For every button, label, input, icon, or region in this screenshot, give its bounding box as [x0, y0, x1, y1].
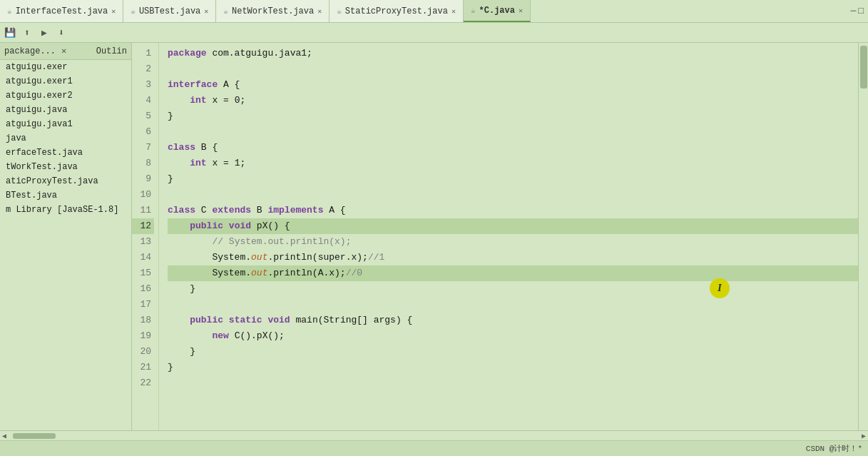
down-btn[interactable]: ⬇ [54, 26, 68, 40]
sidebar-item-java-root[interactable]: java [0, 131, 131, 146]
csdn-label: CSDN @计时！* [806, 443, 862, 454]
maximize-btn[interactable]: □ [858, 6, 864, 16]
tab-label-4: StaticProxyTest.java [345, 6, 448, 16]
ln-11: 11 [132, 203, 154, 218]
tab-networktest[interactable]: ☕ NetWorkTest.java ✕ [216, 0, 330, 22]
ln-10: 10 [132, 187, 154, 203]
kw-new: new [212, 328, 228, 344]
comment-14: //1 [368, 250, 384, 265]
tab-close-1[interactable]: ✕ [111, 7, 116, 16]
space2-18 [262, 313, 268, 328]
var-x-4: x = 0; [207, 93, 246, 108]
sidebar-item-exer[interactable]: atguigu.exer [0, 60, 131, 74]
code-line-6 [168, 124, 858, 140]
method-px: pX() { [251, 218, 290, 234]
sidebar-item-java[interactable]: atguigu.java [0, 103, 131, 117]
code-line-19: new C().pX(); [168, 328, 858, 344]
brace-16: } [168, 281, 195, 297]
code-line-14: System.out.println(super.x);//1 [168, 250, 858, 265]
vertical-scrollbar[interactable] [858, 43, 868, 430]
save-btn[interactable]: 💾 [3, 26, 17, 40]
indent-8 [168, 156, 190, 171]
code-line-4: int x = 0; [168, 93, 858, 108]
brace-21: } [168, 360, 173, 375]
tab-close-4[interactable]: ✕ [451, 7, 456, 16]
h-scrollbar-thumb[interactable] [13, 433, 56, 439]
minimize-btn[interactable]: ─ [850, 6, 856, 16]
ln-16: 16 [132, 281, 154, 297]
tab-interfacetest[interactable]: ☕ InterfaceTest.java ✕ [0, 0, 123, 22]
code-content[interactable]: package com.atguigu.java1; interface A {… [159, 43, 858, 430]
tab-close-3[interactable]: ✕ [317, 7, 322, 16]
editor-area: 1 2 3 4 5 6 7 8 9 10 11 12 13 14 15 16 1… [132, 43, 868, 430]
new-c: C().pX(); [229, 328, 285, 344]
implements-a: A { [323, 203, 345, 218]
extends-b: B [251, 203, 267, 218]
ln-8: 8 [132, 156, 154, 171]
tab-usbtest[interactable]: ☕ USBTest.java ✕ [123, 0, 216, 22]
scroll-left-icon[interactable]: ◀ [0, 432, 9, 440]
java-icon-4: ☕ [337, 6, 342, 16]
line-numbers: 1 2 3 4 5 6 7 8 9 10 11 12 13 14 15 16 1… [132, 43, 159, 430]
code-line-18: public static void main(String[] args) { [168, 313, 858, 328]
run-btn[interactable]: ▶ [37, 26, 51, 40]
scroll-right-icon[interactable]: ▶ [859, 432, 868, 440]
out-14: out [251, 250, 267, 265]
sidebar-close-icon[interactable]: ✕ [61, 46, 66, 56]
tab-cjava[interactable]: ☕ *C.java ✕ [464, 0, 531, 22]
tab-label-1: InterfaceTest.java [16, 6, 108, 16]
comment-15: //0 [346, 265, 362, 281]
code-line-22 [168, 375, 858, 391]
code-line-1: package com.atguigu.java1; [168, 46, 858, 61]
tab-label-3: NetWorkTest.java [232, 6, 314, 16]
sidebar-item-btest[interactable]: BTest.java [0, 188, 131, 203]
sidebar-item-exer1[interactable]: atguigu.exer1 [0, 74, 131, 88]
tab-close-2[interactable]: ✕ [204, 7, 208, 16]
sidebar-item-exer2[interactable]: atguigu.exer2 [0, 88, 131, 103]
ln-9: 9 [132, 171, 154, 187]
brace-9: } [168, 171, 173, 187]
scrollbar-thumb[interactable] [860, 46, 867, 88]
class-b: B { [195, 140, 218, 156]
sidebar-item-java1[interactable]: atguigu.java1 [0, 117, 131, 131]
outline-tab[interactable]: Outlin [96, 46, 127, 56]
indent-13 [168, 234, 212, 250]
toolbar: 💾 ⬆ ▶ ⬇ [0, 23, 868, 43]
var-x-8: x = 1; [207, 156, 246, 171]
indent-19 [168, 328, 212, 344]
kw-public-18: public [190, 313, 223, 328]
println-super: .println(super.x); [267, 250, 367, 265]
sidebar-item-library[interactable]: m Library [JavaSE-1.8] [0, 203, 131, 217]
code-line-16: } [168, 281, 858, 297]
ln-22: 22 [132, 375, 154, 391]
java-icon-5: ☕ [471, 6, 476, 15]
ln-18: 18 [132, 313, 154, 328]
horizontal-scrollbar[interactable]: ◀ ▶ [0, 430, 868, 440]
cursor-label: I [718, 280, 721, 296]
brace-5: } [168, 108, 173, 124]
ln-7: 7 [132, 140, 154, 156]
indent-4 [168, 93, 190, 108]
up-btn[interactable]: ⬆ [20, 26, 34, 40]
indent-14: System. [168, 250, 251, 265]
code-line-2 [168, 61, 858, 77]
code-line-21: } [168, 360, 858, 375]
sidebar-item-staticproxy[interactable]: aticProxyTest.java [0, 174, 131, 188]
java-icon-3: ☕ [223, 6, 228, 16]
kw-implements: implements [267, 203, 323, 218]
kw-class-11: class [168, 203, 195, 218]
sidebar-item-networktest[interactable]: tWorkTest.java [0, 160, 131, 174]
kw-public-12: public [190, 218, 223, 234]
code-line-8: int x = 1; [168, 156, 858, 171]
kw-void-18: void [267, 313, 290, 328]
code-line-3: interface A { [168, 77, 858, 93]
ln-4: 4 [132, 93, 154, 108]
tab-staticproxytest[interactable]: ☕ StaticProxyTest.java ✕ [330, 0, 464, 22]
void-px [223, 218, 229, 234]
class-c: C [195, 203, 212, 218]
package-label: package... [4, 46, 56, 56]
code-line-11: class C extends B implements A { [168, 203, 858, 218]
ln-14: 14 [132, 250, 154, 265]
sidebar-item-interfacetest[interactable]: erfaceTest.java [0, 146, 131, 160]
tab-close-5[interactable]: ✕ [519, 6, 523, 15]
